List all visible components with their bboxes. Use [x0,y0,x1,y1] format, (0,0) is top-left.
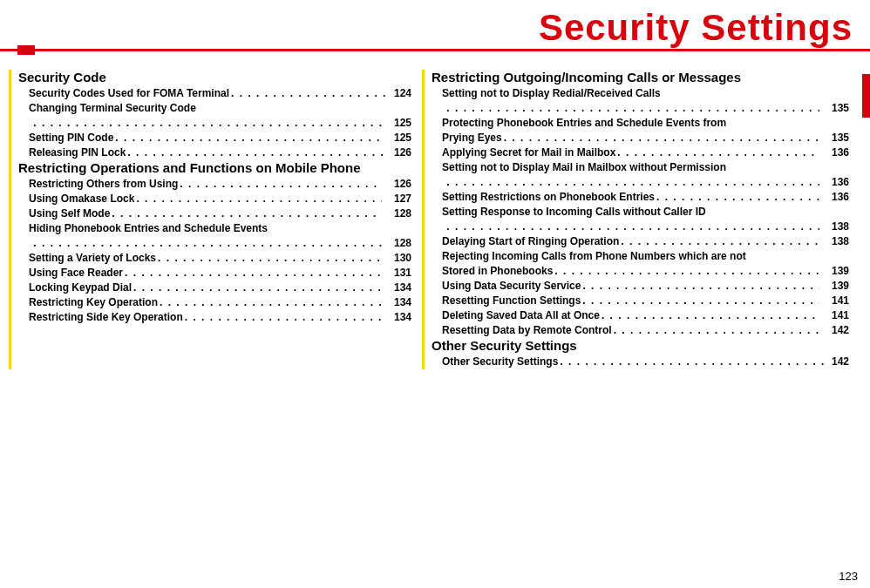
dot-leader [31,236,382,251]
toc-title: Setting PIN Code [29,131,113,145]
toc-title: Restricting Side Key Operation [29,310,183,325]
dot-leader [558,355,825,369]
dot-leader [229,86,387,101]
dot-leader [183,310,382,325]
toc-entry: 138 [432,220,849,234]
page-title: Security Settings [17,7,853,49]
toc-page: 138 [825,234,849,249]
page-number: 123 [839,570,858,583]
toc-page: 125 [387,116,411,131]
toc-page: 126 [387,145,411,160]
toc-entry: Changing Terminal Security Code [18,101,411,116]
toc-entry: Hiding Phonebook Entries and Schedule Ev… [18,221,411,236]
toc-title: Stored in Phonebooks [442,264,553,279]
dot-leader [619,234,819,249]
right-column: Restricting Outgoing/Incoming Calls or M… [422,70,856,369]
toc-entry: Using Omakase Lock127 [18,192,411,206]
toc-entry: Releasing PIN Lock126 [18,145,411,160]
toc-entry: Resetting Data by Remote Control142 [432,323,849,338]
title-divider [0,45,870,54]
toc-page: 136 [825,175,849,190]
toc-entry: Setting Response to Incoming Calls witho… [432,205,849,220]
toc-title: Using Omakase Lock [29,192,134,206]
left-column: Security CodeSecurity Codes Used for FOM… [9,70,418,369]
toc-title: Resetting Function Settings [442,294,581,308]
toc-title: Locking Keypad Dial [29,280,132,295]
toc-entry: Setting not to Display Mail in Mailbox w… [432,160,849,175]
toc-page: 128 [387,236,411,251]
toc-title: Resetting Data by Remote Control [442,323,612,338]
dot-leader [113,131,382,145]
dot-leader [126,145,387,160]
toc-page: 130 [387,251,411,266]
dot-leader [123,266,382,280]
dot-leader [134,192,382,206]
toc-entry: 128 [18,236,411,251]
toc-title: Restricting Others from Using [29,177,178,192]
toc-entry: Deleting Saved Data All at Once141 [432,308,849,323]
toc-title: Delaying Start of Ringing Operation [442,234,619,249]
toc-entry: Resetting Function Settings141 [432,294,849,308]
toc-page: 125 [387,131,411,145]
toc-entry: Security Codes Used for FOMA Terminal124 [18,86,411,101]
toc-page: 135 [825,101,849,116]
toc-page: 126 [387,177,411,192]
dot-leader [31,116,382,131]
toc-title: Prying Eyes [442,131,502,145]
toc-page: 134 [387,280,411,295]
toc-content: Security CodeSecurity Codes Used for FOM… [0,70,870,369]
toc-page: 139 [825,279,849,294]
toc-title: Deleting Saved Data All at Once [442,308,600,323]
toc-title: Using Face Reader [29,266,123,280]
toc-page: 142 [825,323,849,338]
toc-entry: Setting PIN Code125 [18,131,411,145]
dot-leader [156,251,382,266]
toc-entry: Using Self Mode128 [18,206,411,221]
toc-entry: 125 [18,116,411,131]
toc-entry: Setting not to Display Redial/Received C… [432,86,849,101]
toc-entry: Locking Keypad Dial134 [18,280,411,295]
toc-entry: 136 [432,175,849,190]
toc-entry: Prying Eyes 135 [432,131,849,145]
toc-title: Applying Secret for Mail in Mailbox [442,145,615,160]
toc-entry: Restricting Side Key Operation134 [18,310,411,325]
toc-entry: Restricting Key Operation134 [18,295,411,310]
toc-entry: Rejecting Incoming Calls from Phone Numb… [432,249,849,264]
dot-leader [615,145,819,160]
toc-title: Setting Restrictions on Phonebook Entrie… [442,190,655,205]
toc-page: 142 [825,355,849,369]
dot-leader [445,175,819,190]
section-header: Restricting Operations and Functions on … [18,160,411,175]
toc-entry: Setting Restrictions on Phonebook Entrie… [432,190,849,205]
dot-leader [158,295,382,310]
toc-page: 139 [825,264,849,279]
toc-title: Using Self Mode [29,206,110,221]
dot-leader [581,279,819,294]
section-tab [862,74,870,118]
toc-entry: Applying Secret for Mail in Mailbox136 [432,145,849,160]
dot-leader [600,308,819,323]
toc-page: 141 [825,308,849,323]
toc-page: 135 [825,131,849,145]
toc-page: 127 [387,192,411,206]
toc-page: 134 [387,295,411,310]
section-header: Other Security Settings [432,338,849,353]
toc-page: 136 [825,145,849,160]
toc-page: 124 [387,86,411,101]
toc-page: 141 [825,294,849,308]
toc-entry: Setting a Variety of Locks130 [18,251,411,266]
toc-entry: Other Security Settings142 [432,355,849,369]
toc-page: 134 [387,310,411,325]
dot-leader [110,206,382,221]
toc-title: Other Security Settings [442,355,558,369]
toc-entry: Using Data Security Service139 [432,279,849,294]
toc-entry: Using Face Reader131 [18,266,411,280]
dot-leader [132,280,382,295]
dot-leader [553,264,819,279]
toc-page: 138 [825,220,849,234]
toc-entry: 135 [432,101,849,116]
dot-leader [612,323,819,338]
toc-title: Security Codes Used for FOMA Terminal [29,86,229,101]
toc-page: 128 [387,206,411,221]
toc-title: Restricting Key Operation [29,295,158,310]
